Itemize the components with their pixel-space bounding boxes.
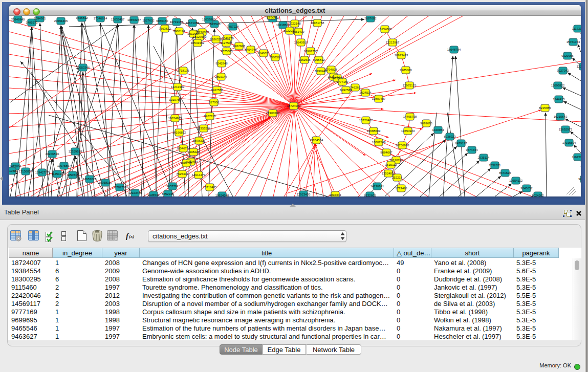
svg-text:10719155: 10719155 — [170, 20, 184, 24]
svg-text:12975125: 12975125 — [403, 84, 417, 87]
svg-text:1092344: 1092344 — [329, 193, 341, 196]
svg-text:10807487: 10807487 — [372, 97, 386, 100]
svg-text:817006: 817006 — [209, 101, 220, 104]
svg-text:1641125: 1641125 — [181, 162, 193, 165]
svg-text:20846940: 20846940 — [11, 18, 25, 21]
svg-text:20206536: 20206536 — [46, 152, 59, 156]
svg-text:18127509: 18127509 — [193, 35, 207, 38]
svg-text:8454749: 8454749 — [245, 48, 257, 51]
svg-text:2687682: 2687682 — [364, 17, 377, 20]
svg-text:746266: 746266 — [350, 86, 361, 89]
svg-text:9498222: 9498222 — [187, 150, 200, 154]
svg-text:13353594: 13353594 — [197, 127, 211, 130]
svg-text:9136542: 9136542 — [147, 193, 160, 196]
svg-text:12213967: 12213967 — [386, 41, 400, 44]
svg-text:14914479: 14914479 — [192, 173, 206, 177]
svg-text:19654923: 19654923 — [401, 129, 415, 133]
svg-text:2803144: 2803144 — [215, 75, 227, 78]
svg-text:12923485: 12923485 — [128, 191, 142, 194]
svg-text:15751074: 15751074 — [567, 40, 580, 43]
svg-text:1546779: 1546779 — [222, 37, 234, 40]
svg-text:18807249: 18807249 — [372, 141, 386, 144]
svg-text:1588520: 1588520 — [269, 56, 281, 59]
svg-text:7632621: 7632621 — [489, 164, 501, 167]
svg-text:10975857: 10975857 — [57, 164, 71, 167]
svg-text:3267110: 3267110 — [204, 115, 216, 118]
svg-text:9699695: 9699695 — [420, 122, 432, 125]
svg-text:6966160: 6966160 — [156, 19, 168, 23]
svg-text:3913581: 3913581 — [9, 169, 18, 172]
svg-text:7955812: 7955812 — [313, 58, 325, 61]
svg-text:8215955: 8215955 — [539, 106, 551, 110]
svg-text:8471626: 8471626 — [499, 171, 511, 174]
svg-text:1145131: 1145131 — [52, 172, 64, 176]
svg-text:10653267: 10653267 — [127, 18, 141, 21]
svg-text:17016504: 17016504 — [562, 141, 576, 144]
svg-text:9245012: 9245012 — [578, 178, 581, 181]
svg-text:3322148: 3322148 — [289, 22, 301, 25]
svg-text:9127508: 9127508 — [220, 41, 232, 45]
svg-text:1615112: 1615112 — [385, 163, 398, 166]
svg-text:14495758: 14495758 — [403, 115, 417, 118]
svg-text:3875685: 3875685 — [221, 50, 233, 53]
svg-text:13156829: 13156829 — [19, 170, 33, 173]
svg-text:12942757: 12942757 — [35, 171, 49, 174]
svg-text:1440954: 1440954 — [432, 128, 444, 132]
svg-text:8186328: 8186328 — [210, 38, 222, 41]
svg-text:9084067: 9084067 — [380, 151, 393, 154]
svg-text:9245652: 9245652 — [520, 187, 533, 190]
svg-text:16033809: 16033809 — [202, 18, 216, 21]
svg-text:16154808: 16154808 — [378, 28, 392, 31]
svg-text:(x): (x) — [129, 234, 135, 239]
svg-text:19654985: 19654985 — [168, 117, 182, 120]
svg-text:9024502: 9024502 — [532, 194, 544, 196]
svg-text:9657791: 9657791 — [166, 185, 179, 188]
svg-text:10654112: 10654112 — [509, 179, 523, 182]
svg-text:7515526: 7515526 — [208, 23, 221, 26]
svg-text:9794028: 9794028 — [325, 68, 337, 71]
svg-text:1250515: 1250515 — [67, 173, 79, 177]
svg-text:1167534: 1167534 — [572, 156, 581, 159]
svg-text:1733426: 1733426 — [395, 187, 407, 190]
svg-text:10958157: 10958157 — [99, 181, 113, 184]
svg-text:12213383: 12213383 — [171, 85, 185, 89]
svg-text:10973493: 10973493 — [395, 54, 408, 57]
svg-text:13524851: 13524851 — [382, 172, 396, 175]
svg-text:9227342: 9227342 — [557, 69, 569, 72]
svg-text:12274521: 12274521 — [577, 65, 581, 68]
svg-text:8452310: 8452310 — [162, 192, 174, 195]
svg-text:16210643: 16210643 — [554, 115, 568, 118]
svg-text:14136141: 14136141 — [371, 185, 384, 188]
svg-text:20053346: 20053346 — [76, 66, 90, 69]
svg-text:15716485: 15716485 — [203, 186, 217, 189]
svg-text:10756928: 10756928 — [396, 144, 409, 147]
svg-text:16782759: 16782759 — [113, 186, 127, 189]
svg-text:13226058: 13226058 — [195, 31, 209, 34]
svg-text:7663822: 7663822 — [159, 27, 171, 30]
svg-text:9329966: 9329966 — [561, 54, 574, 57]
svg-text:8130414: 8130414 — [265, 16, 277, 17]
svg-text:2094361: 2094361 — [34, 17, 46, 20]
svg-text:2431381: 2431381 — [331, 77, 343, 80]
svg-text:9674444: 9674444 — [466, 148, 478, 151]
svg-text:1527602: 1527602 — [142, 19, 155, 22]
svg-text:19384554: 19384554 — [310, 139, 323, 142]
svg-text:7485003: 7485003 — [400, 69, 412, 72]
svg-text:1362615: 1362615 — [298, 58, 311, 61]
svg-text:16648784: 16648784 — [447, 48, 461, 51]
svg-text:1435061: 1435061 — [9, 165, 21, 168]
svg-text:17957223: 17957223 — [83, 178, 97, 181]
svg-text:10688609: 10688609 — [367, 129, 381, 133]
svg-text:2718176: 2718176 — [177, 69, 189, 72]
svg-text:9635812: 9635812 — [76, 16, 88, 19]
svg-text:15035457: 15035457 — [111, 18, 125, 21]
svg-text:17046614: 17046614 — [94, 17, 107, 20]
svg-text:8938923: 8938923 — [444, 135, 456, 138]
svg-text:9146821: 9146821 — [257, 52, 270, 55]
svg-text:6479197: 6479197 — [455, 142, 467, 145]
svg-text:23300203: 23300203 — [266, 112, 280, 115]
svg-text:12923405: 12923405 — [297, 193, 311, 196]
svg-text:16120746: 16120746 — [389, 159, 403, 162]
svg-text:19218506: 19218506 — [276, 24, 290, 27]
svg-text:18724007: 18724007 — [287, 104, 301, 107]
